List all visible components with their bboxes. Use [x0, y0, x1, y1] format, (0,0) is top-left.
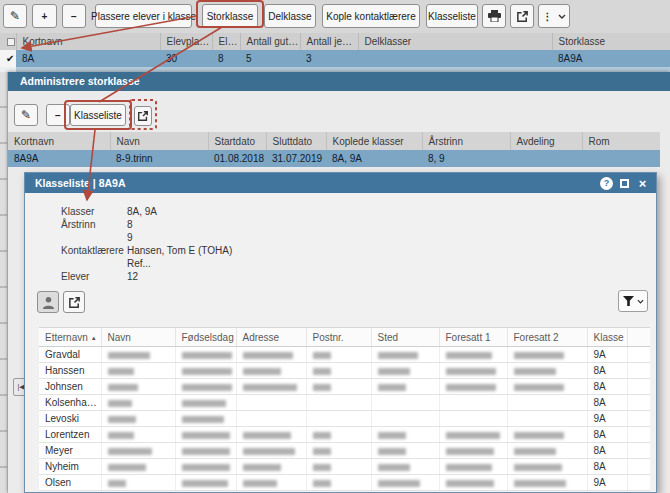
student-row[interactable]: Nyheim8A [39, 459, 650, 475]
cell-klasse: 8A [587, 443, 627, 459]
column-header[interactable]: Årstrinn [422, 132, 510, 150]
table-row[interactable]: 8A9A8-9.trinn01.08.201831.07.20198A, 9A8… [8, 150, 660, 167]
student-row[interactable]: Olsen9A [39, 475, 650, 491]
student-row[interactable]: Lorentzen8A [39, 427, 650, 443]
cell-redacted [306, 363, 371, 379]
info-value: Ref... [127, 257, 151, 270]
checkbox-icon [7, 38, 15, 46]
more-options-button[interactable]: ⋮ [538, 4, 570, 28]
cell-redacted [306, 475, 371, 491]
cell-redacted [101, 347, 175, 363]
column-header[interactable]: Fødselsdag [175, 328, 236, 347]
panel-export-button[interactable] [134, 106, 152, 126]
student-card-button[interactable] [37, 291, 59, 313]
edit-button[interactable]: ✎ [3, 4, 27, 28]
cell-etternavn: Olsen [39, 475, 101, 491]
column-header[interactable]: Elevplas... [160, 33, 212, 50]
storklasse-button[interactable]: Storklasse [202, 4, 258, 28]
dialog-export-button[interactable] [63, 291, 85, 313]
column-header[interactable]: Navn [101, 328, 175, 347]
close-button[interactable]: × [635, 176, 650, 191]
help-button[interactable]: ? [599, 176, 614, 191]
info-row: Elever12 [61, 270, 138, 283]
cell-filler [627, 363, 650, 379]
print-button[interactable] [482, 4, 506, 28]
column-header[interactable]: Navn [110, 132, 208, 150]
student-row[interactable]: Gravdal9A [39, 347, 650, 363]
student-row[interactable]: Hanssen8A [39, 363, 650, 379]
cell-filler [627, 395, 650, 411]
column-header[interactable]: Postnr. [306, 328, 371, 347]
column-header[interactable]: Koplede klasser [326, 132, 422, 150]
info-row: Klasser8A, 9A [61, 205, 157, 218]
column-header[interactable]: Kortnavn [16, 33, 160, 50]
info-label [61, 257, 127, 270]
cell-filler [627, 379, 650, 395]
student-row[interactable]: Meyer8A [39, 443, 650, 459]
cell-redacted [439, 395, 507, 411]
student-row[interactable]: Johnsen8A [39, 379, 650, 395]
redacted-text [514, 432, 564, 439]
column-header[interactable]: Elev... [212, 33, 240, 50]
delklasse-button[interactable]: Delklasse [264, 4, 316, 28]
column-header[interactable]: Adresse [236, 328, 306, 347]
info-row: Ref... [61, 257, 151, 270]
panel-klasseliste-button[interactable]: Klasseliste [70, 104, 126, 126]
column-header[interactable]: Rom [582, 132, 660, 150]
column-header[interactable]: Delklasser [358, 33, 552, 50]
cell-storklasse: 8A9A [552, 50, 670, 67]
redacted-text [514, 368, 556, 375]
column-header[interactable]: Startdato [208, 132, 266, 150]
cell-filler [627, 347, 650, 363]
klasseliste-button[interactable]: Klasseliste [426, 4, 478, 28]
cell-etternavn: Lorentzen [39, 427, 101, 443]
plassere-elever-button[interactable]: Plassere elever i klasse [95, 4, 192, 28]
cell-koplede_klasser: 8A, 9A [326, 150, 422, 167]
filter-button[interactable] [618, 290, 648, 312]
cell-etternavn: Nyheim [39, 459, 101, 475]
column-header-filler [627, 328, 650, 347]
redacted-text [514, 480, 566, 487]
cell-redacted [439, 363, 507, 379]
student-row[interactable]: Levoski9A [39, 411, 650, 427]
cell-klasse: 9A [587, 347, 627, 363]
student-table: Etternavn▲NavnFødselsdagAdressePostnr.St… [39, 327, 650, 491]
dialog-titlebar[interactable]: Klasseliste | 8A9A ? × [25, 173, 656, 193]
table-row[interactable]: ✔8A308538A9A [0, 50, 670, 67]
select-all-checkbox[interactable] [0, 33, 16, 50]
cell-redacted [371, 443, 439, 459]
redacted-text [108, 384, 138, 391]
column-header[interactable]: Klasse [587, 328, 627, 347]
info-row: 9 [61, 231, 133, 244]
cell-redacted [101, 427, 175, 443]
kople-kontaktlaerere-button[interactable]: Kople kontaktlærere [322, 4, 420, 28]
column-header[interactable]: Foresatt 2 [507, 328, 587, 347]
info-value: 8A, 9A [127, 205, 157, 218]
panel-edit-button[interactable]: ✎ [14, 104, 38, 126]
remove-button[interactable]: − [62, 4, 86, 28]
redacted-text [313, 480, 331, 487]
column-header[interactable]: Foresatt 1 [439, 328, 507, 347]
column-header[interactable]: Etternavn▲ [39, 328, 101, 347]
maximize-button[interactable] [617, 176, 632, 191]
column-header[interactable]: Antall gutter [240, 33, 300, 50]
person-icon [42, 296, 55, 309]
redacted-text [108, 448, 152, 455]
column-header[interactable]: Avdeling [510, 132, 582, 150]
cell-redacted [175, 443, 236, 459]
cell-redacted [101, 395, 175, 411]
panel-remove-button[interactable]: − [46, 104, 70, 126]
column-header[interactable]: Antall jenter [300, 33, 358, 50]
add-button[interactable]: + [32, 4, 57, 28]
cell-redacted [306, 379, 371, 395]
column-header[interactable]: Sted [371, 328, 439, 347]
cell-kortnavn: 8A9A [8, 150, 110, 167]
column-header[interactable]: Storklasse [552, 33, 670, 50]
cell-klasse: 9A [587, 475, 627, 491]
cell-redacted [371, 363, 439, 379]
row-checkmark-icon[interactable]: ✔ [0, 50, 16, 67]
student-row[interactable]: Kolsenhagen8A [39, 395, 650, 411]
column-header[interactable]: Sluttdato [266, 132, 326, 150]
export-button[interactable] [510, 4, 534, 28]
column-header[interactable]: Kortnavn [8, 132, 110, 150]
